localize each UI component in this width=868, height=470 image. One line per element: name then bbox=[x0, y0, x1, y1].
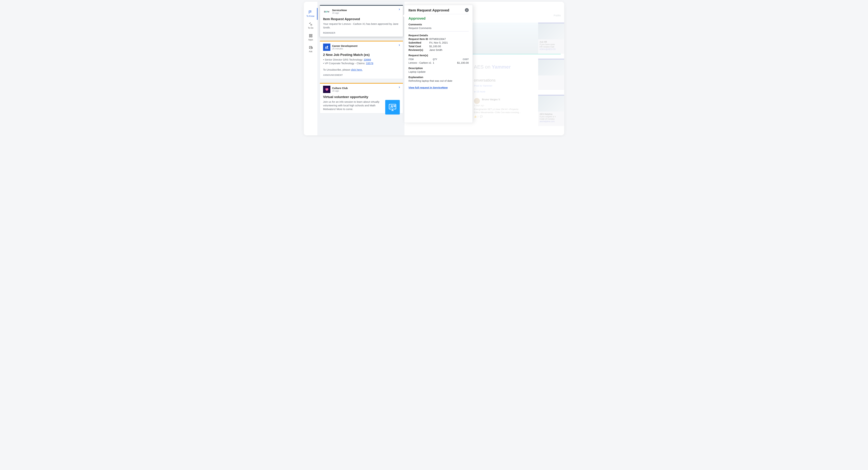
description-label: Description bbox=[408, 67, 469, 70]
bg-side-card: Ask HR If you have ques HR-related matt … bbox=[538, 23, 564, 54]
feed-card-culture-club[interactable]: Culture Club 1h ago Virtual volunteer op… bbox=[320, 83, 403, 113]
svg-rect-3 bbox=[311, 36, 312, 37]
app-frame: Publis AES on Yammer onversations Post t… bbox=[304, 2, 564, 135]
bg-conversations-heading: onversations bbox=[474, 78, 496, 82]
nav-apps[interactable]: Apps bbox=[304, 32, 317, 43]
career-icon bbox=[323, 43, 330, 51]
request-details-label: Request Details bbox=[408, 34, 469, 37]
chat-icon bbox=[309, 45, 313, 49]
checklist-icon bbox=[309, 22, 313, 26]
bg-yammer-post: Bruno Vargas V. 3 days ago Energización … bbox=[474, 98, 523, 118]
card-source: ServiceNow bbox=[332, 9, 347, 12]
total-cost: $1,100.00 bbox=[429, 45, 441, 48]
chevron-right-icon[interactable] bbox=[398, 8, 401, 11]
card-title: 2 New Job Posting Match (es) bbox=[323, 53, 400, 57]
bg-yammer-heading: AES on Yammer bbox=[474, 64, 511, 70]
nav-label: Ask bbox=[309, 50, 312, 53]
card-time: 1h ago bbox=[332, 12, 347, 14]
card-source: Career Development bbox=[332, 44, 358, 47]
card-title: Virtual volunteer opportunity bbox=[323, 95, 400, 99]
left-nav: To Know To Do Apps Ask bbox=[304, 2, 318, 135]
status-badge: Approved bbox=[408, 16, 469, 21]
job-link[interactable]: 33666 bbox=[364, 58, 371, 61]
feed-card-career-development[interactable]: Career Development 25 minutes 2 New Job … bbox=[320, 41, 403, 79]
close-button[interactable] bbox=[465, 8, 469, 12]
bg-post-to-yammer-link: Post to Yammer bbox=[474, 84, 492, 87]
description-value: Laptop Update bbox=[408, 70, 469, 73]
card-body: Join us for an info session to learn abo… bbox=[323, 100, 400, 111]
feed-column: now ServiceNow 1h ago Item Request Appro… bbox=[318, 2, 404, 135]
explanation-value: Refreshing laptop that was out of date bbox=[408, 79, 469, 82]
request-items-label: Request Item(s) bbox=[408, 54, 469, 57]
request-item-id: RITM0010047 bbox=[429, 37, 446, 40]
chevron-right-icon[interactable] bbox=[398, 86, 401, 89]
bg-side-card: AES Helpline If you suspect a v Code of … bbox=[538, 95, 564, 126]
submitted-date: Fri, Nov 5, 2021 bbox=[429, 41, 448, 44]
detail-title: Item Request Approved bbox=[408, 8, 449, 12]
detail-pane: Item Request Approved Approved Comments … bbox=[404, 5, 473, 123]
volunteer-thumb-icon bbox=[385, 100, 400, 114]
job-link[interactable]: 33578 bbox=[366, 62, 373, 65]
table-row: Lenovo - Carbon x1 1 $1,100.00 bbox=[408, 61, 469, 64]
card-tag: ANNOUNCEMENT bbox=[323, 74, 400, 76]
nav-ask[interactable]: Ask bbox=[304, 43, 317, 55]
culture-club-icon bbox=[323, 86, 330, 93]
feed-card-servicenow[interactable]: now ServiceNow 1h ago Item Request Appro… bbox=[320, 5, 403, 37]
avatar bbox=[474, 98, 480, 104]
nav-to-do[interactable]: To Do bbox=[304, 20, 317, 32]
card-time: 25 minutes bbox=[332, 47, 358, 50]
chevron-right-icon[interactable] bbox=[398, 44, 401, 47]
nav-label: Apps bbox=[308, 38, 313, 41]
close-icon bbox=[466, 9, 468, 11]
explanation-label: Explanation bbox=[408, 76, 469, 78]
flag-icon bbox=[308, 10, 312, 14]
svg-rect-2 bbox=[309, 36, 310, 37]
apps-grid-icon bbox=[309, 34, 313, 38]
bg-side-card bbox=[538, 59, 564, 90]
unsubscribe-link[interactable]: click here. bbox=[351, 68, 363, 71]
card-time: 1h ago bbox=[332, 90, 348, 92]
comments-value: Request Comments bbox=[408, 27, 469, 30]
comments-label: Comments bbox=[408, 23, 469, 26]
card-source: Culture Club bbox=[332, 87, 348, 90]
bg-view-more-link: w 15 more bbox=[474, 90, 485, 93]
nav-label: To Know bbox=[306, 15, 314, 18]
card-body: Your request for Lenovo - Carbon X1 has … bbox=[323, 22, 400, 29]
card-body: • Senior Director GRS Technology: 33666 … bbox=[323, 58, 400, 71]
svg-rect-1 bbox=[311, 34, 312, 35]
card-tag: REMINDER bbox=[323, 32, 400, 34]
nav-label: To Do bbox=[308, 27, 313, 29]
nav-to-know[interactable]: To Know bbox=[304, 8, 317, 20]
bg-publish-label: Publis bbox=[554, 14, 561, 17]
servicenow-logo-icon: now bbox=[323, 8, 330, 15]
card-title: Item Request Approved bbox=[323, 17, 400, 21]
view-full-request-link[interactable]: View full request in ServiceNow bbox=[408, 86, 448, 89]
svg-rect-0 bbox=[309, 34, 310, 35]
reviewers: Jane Smith bbox=[429, 48, 442, 52]
